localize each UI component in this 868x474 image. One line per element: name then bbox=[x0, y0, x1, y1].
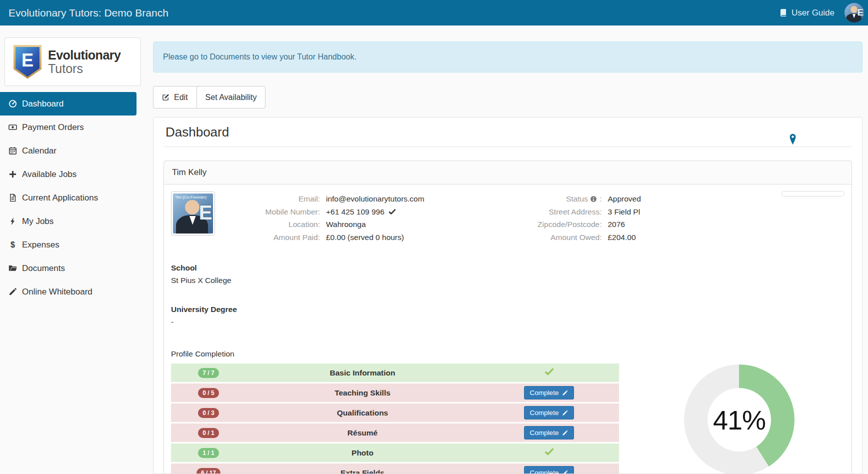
sidebar-item-online-whiteboard[interactable]: Online Whiteboard bbox=[0, 280, 136, 304]
completion-row-extra-fields: 6 / 17Extra FieldsComplete bbox=[171, 464, 619, 474]
sidebar-item-label: Calendar bbox=[22, 146, 56, 156]
count-badge: 6 / 17 bbox=[196, 468, 220, 474]
verified-check-icon bbox=[388, 208, 396, 216]
alert-message: Please go to Documents to view your Tuto… bbox=[163, 52, 356, 61]
field-value: Approved bbox=[608, 192, 641, 206]
sidebar-item-label: Online Whiteboard bbox=[22, 287, 92, 297]
field-label: Amount Owed: bbox=[533, 231, 608, 244]
count-badge: 1 / 1 bbox=[198, 448, 218, 458]
field-value: 2076 bbox=[608, 218, 625, 231]
count-badge: 0 / 1 bbox=[198, 428, 218, 438]
completion-row-label: Basic Information bbox=[246, 364, 479, 382]
done-check-icon bbox=[544, 447, 554, 456]
completion-row-r-sum-: 0 / 1RésuméComplete bbox=[171, 424, 619, 442]
sidebar-item-current-applications[interactable]: Current Applications bbox=[0, 186, 136, 210]
shield-logo-icon: E bbox=[14, 45, 42, 79]
completion-row-label: Qualifications bbox=[246, 404, 479, 422]
pencil-icon bbox=[562, 410, 568, 416]
sidebar-item-label: Documents bbox=[22, 264, 65, 274]
folder-icon bbox=[8, 264, 17, 272]
field-row: Amount Owed:£204.00 bbox=[533, 231, 845, 244]
brand-logo[interactable]: E Evolutionary Tutors bbox=[4, 38, 141, 86]
field-value: +61 425 109 996 bbox=[326, 206, 384, 218]
sidebar: E Evolutionary Tutors DashboardPayment O… bbox=[0, 26, 146, 474]
completion-label: Profile Completion bbox=[171, 350, 844, 358]
sidebar-item-dashboard[interactable]: Dashboard bbox=[0, 92, 136, 116]
dashboard-icon bbox=[8, 100, 17, 108]
sidebar-item-label: Payment Orders bbox=[22, 122, 84, 132]
user-guide-label: User Guide bbox=[792, 8, 834, 18]
app-title: Evolutionary Tutors: Demo Branch bbox=[8, 7, 779, 19]
school-label: School bbox=[171, 264, 844, 272]
complete-button[interactable]: Complete bbox=[524, 406, 574, 420]
completion-row-teaching-skills: 0 / 5Teaching SkillsComplete bbox=[171, 384, 619, 402]
edit-button[interactable]: Edit bbox=[153, 86, 197, 108]
sidebar-item-label: My Jobs bbox=[22, 216, 54, 226]
complete-button[interactable]: Complete bbox=[524, 466, 574, 474]
field-label: Mobile Number: bbox=[221, 206, 326, 218]
map-pin-icon[interactable] bbox=[788, 134, 797, 145]
brand-line1: Evolutionary bbox=[48, 48, 120, 62]
dashboard-panel: Dashboard Tim Kelly Tim (Co-Founder) bbox=[153, 117, 862, 474]
field-row: Amount Paid:£0.00 (served 0 hours) bbox=[221, 231, 533, 244]
money-icon bbox=[8, 123, 17, 132]
school-value: St Pius X College bbox=[171, 276, 844, 285]
sidebar-item-documents[interactable]: Documents bbox=[0, 256, 136, 280]
dollar-icon bbox=[8, 240, 17, 249]
field-label: Email: bbox=[221, 192, 326, 206]
completion-row-label: Résumé bbox=[246, 424, 479, 442]
field-label: Street Address: bbox=[533, 206, 608, 218]
toolbar: Edit Set Availability bbox=[153, 86, 266, 108]
completion-row-photo: 1 / 1Photo bbox=[171, 444, 619, 462]
avatar-figure bbox=[850, 6, 858, 13]
field-row: Street Address:3 Field Pl bbox=[533, 206, 845, 218]
field-row: Email:info@evolutionarytutors.com bbox=[221, 192, 533, 206]
field-label: Zipcode/Postcode: bbox=[533, 218, 608, 231]
field-label: Amount Paid: bbox=[221, 231, 326, 244]
completion-row-qualifications: 0 / 3QualificationsComplete bbox=[171, 404, 619, 422]
complete-button[interactable]: Complete bbox=[524, 386, 574, 400]
done-check-icon bbox=[544, 367, 554, 376]
completion-donut: 41% bbox=[684, 364, 794, 474]
calendar-icon bbox=[8, 146, 17, 155]
sidebar-item-available-jobs[interactable]: Available Jobs bbox=[0, 162, 136, 186]
profile-photo: Tim (Co-Founder) E bbox=[171, 192, 215, 236]
sidebar-item-my-jobs[interactable]: My Jobs bbox=[0, 210, 136, 233]
file-icon bbox=[8, 194, 17, 202]
main-content: Please go to Documents to view your Tuto… bbox=[146, 26, 868, 474]
completion-row-basic-information: 7 / 7Basic Information bbox=[171, 364, 619, 382]
complete-button[interactable]: Complete bbox=[524, 426, 574, 440]
pencil-icon bbox=[562, 470, 568, 474]
field-row: Zipcode/Postcode:2076 bbox=[533, 218, 845, 231]
pencil-icon bbox=[562, 430, 568, 436]
book-icon bbox=[779, 8, 788, 17]
field-row: Mobile Number:+61 425 109 996 bbox=[221, 206, 533, 218]
count-badge: 7 / 7 bbox=[198, 368, 218, 378]
info-icon bbox=[590, 194, 597, 200]
pencil-icon bbox=[562, 390, 568, 396]
pencil-icon bbox=[8, 288, 17, 296]
sidebar-item-calendar[interactable]: Calendar bbox=[0, 139, 136, 162]
completion-row-label: Teaching Skills bbox=[246, 384, 479, 402]
sidebar-item-label: Expenses bbox=[22, 240, 60, 250]
info-alert: Please go to Documents to view your Tuto… bbox=[153, 42, 862, 72]
degree-value: - bbox=[171, 318, 844, 326]
tutor-panel-body: Tim (Co-Founder) E Email:info@evolutiona… bbox=[164, 184, 852, 474]
sidebar-item-label: Current Applications bbox=[22, 193, 98, 203]
user-guide-button[interactable]: User Guide bbox=[779, 8, 834, 18]
field-value: Wahroonga bbox=[326, 218, 366, 231]
field-label: Location: bbox=[221, 218, 326, 231]
completion-row-label: Photo bbox=[246, 444, 479, 462]
brand-line2: Tutors bbox=[48, 62, 120, 75]
sidebar-item-payment-orders[interactable]: Payment Orders bbox=[0, 116, 136, 139]
contact-fields-left: Email:info@evolutionarytutors.comMobile … bbox=[221, 192, 533, 244]
sidebar-item-expenses[interactable]: Expenses bbox=[0, 233, 136, 256]
field-label: Status : bbox=[533, 192, 608, 206]
set-availability-button[interactable]: Set Availability bbox=[196, 86, 266, 108]
edit-icon bbox=[162, 94, 170, 101]
field-value: £204.00 bbox=[608, 231, 636, 244]
count-badge: 0 / 3 bbox=[198, 408, 218, 418]
sidebar-nav: DashboardPayment OrdersCalendarAvailable… bbox=[0, 92, 146, 304]
user-avatar[interactable]: E bbox=[844, 3, 864, 22]
degree-label: University Degree bbox=[171, 305, 844, 314]
